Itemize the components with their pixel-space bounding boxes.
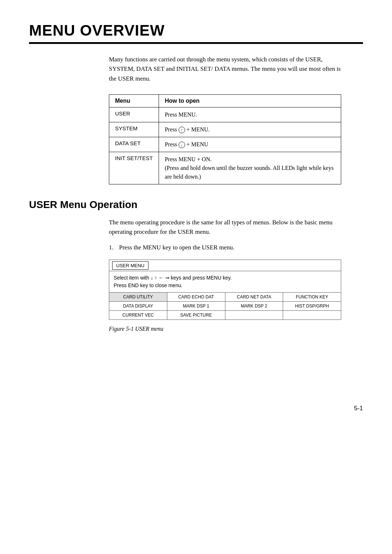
menu-cell-function-key: FUNCTION KEY [283, 293, 341, 301]
menu-name-system: SYSTEM [109, 122, 159, 137]
menu-cell-hist-dsp-grph: HIST DSP/GRPH [283, 302, 341, 310]
page-number: 5-1 [354, 405, 363, 412]
menu-name-init: INIT SET/TEST [109, 152, 159, 184]
menu-how-init: Press MENU + ON.(Press and hold down unt… [159, 152, 341, 184]
table-row: INIT SET/TEST Press MENU + ON.(Press and… [109, 152, 341, 184]
table-row: USER Press MENU. [109, 107, 341, 122]
menu-cell-card-net-data: CARD NET DATA [225, 293, 283, 301]
menu-how-user: Press MENU. [159, 107, 341, 122]
user-menu-diagram: USER MENU Select item with ↓ ↑ ← ⇒ keys … [109, 260, 341, 320]
instructions-line1: Select item with ↓ ↑ ← ⇒ keys and press … [114, 275, 232, 281]
table-col2-header: How to open [159, 95, 341, 107]
user-menu-label: USER MENU [112, 261, 148, 270]
nav-arrow-down-icon: ↓ [179, 142, 185, 148]
menu-grid-row-1: CARD UTILITY CARD ECHO DAT CARD NET DATA… [109, 293, 341, 302]
menu-grid-row-3: CURRENT VEC SAVE PICTURE [109, 311, 341, 319]
figure-caption: Figure 5-1 USER menu [109, 326, 363, 332]
menu-how-system: Press ↑ + MENU. [159, 122, 341, 137]
table-row: DATA SET Press ↓ + MENU [109, 137, 341, 152]
step-1-text: Press the MENU key to open the USER menu… [119, 243, 234, 252]
page-title: MENU OVERVIEW [29, 22, 363, 39]
menu-cell-empty-1 [225, 311, 283, 319]
section-intro-text: The menu operating procedure is the same… [109, 218, 341, 237]
menu-cell-current-vec: CURRENT VEC [109, 311, 167, 319]
menu-cell-empty-2 [283, 311, 341, 319]
nav-arrow-up-icon: ↑ [179, 127, 185, 133]
menu-cell-save-picture: SAVE PICTURE [167, 311, 225, 319]
menu-cell-card-utility: CARD UTILITY [109, 293, 167, 301]
section-title-user-menu: USER Menu Operation [29, 199, 363, 211]
menu-cell-mark-dsp1: MARK DSP 1 [167, 302, 225, 310]
menu-name-user: USER [109, 107, 159, 122]
user-menu-instructions: Select item with ↓ ↑ ← ⇒ keys and press … [109, 271, 341, 293]
step-1-item: 1. Press the MENU key to open the USER m… [109, 243, 341, 252]
menu-name-dataset: DATA SET [109, 137, 159, 152]
instructions-line2: Press END key to close menu. [114, 282, 183, 288]
menu-cell-mark-dsp2: MARK DSP 2 [225, 302, 283, 310]
menu-overview-table-wrapper: Menu How to open USER Press MENU. SYSTEM… [109, 94, 341, 184]
user-menu-header-area: USER MENU [109, 260, 341, 271]
table-col1-header: Menu [109, 95, 159, 107]
menu-cell-card-echo-dat: CARD ECHO DAT [167, 293, 225, 301]
menu-grid-row-2: DATA DISPLAY MARK DSP 1 MARK DSP 2 HIST … [109, 302, 341, 311]
menu-how-dataset: Press ↓ + MENU [159, 137, 341, 152]
menu-overview-table: Menu How to open USER Press MENU. SYSTEM… [109, 94, 341, 184]
menu-cell-data-display: DATA DISPLAY [109, 302, 167, 310]
title-divider [29, 42, 363, 44]
intro-paragraph: Many functions are carried out through t… [109, 55, 341, 83]
step-number: 1. [109, 243, 116, 252]
table-row: SYSTEM Press ↑ + MENU. [109, 122, 341, 137]
